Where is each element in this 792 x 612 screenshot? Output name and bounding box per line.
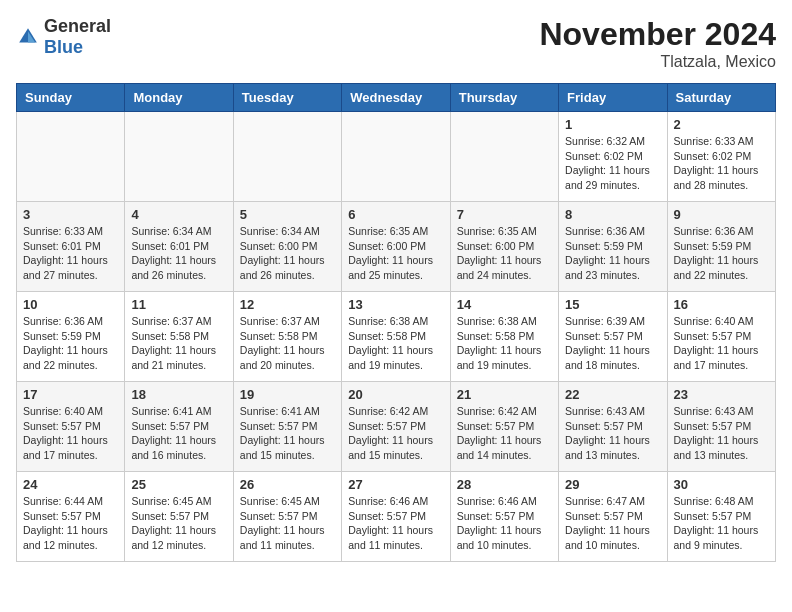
calendar-cell: 29Sunrise: 6:47 AM Sunset: 5:57 PM Dayli… [559, 472, 667, 562]
day-number: 27 [348, 477, 443, 492]
day-info: Sunrise: 6:42 AM Sunset: 5:57 PM Dayligh… [348, 404, 443, 463]
day-number: 16 [674, 297, 769, 312]
calendar-cell: 13Sunrise: 6:38 AM Sunset: 5:58 PM Dayli… [342, 292, 450, 382]
day-info: Sunrise: 6:40 AM Sunset: 5:57 PM Dayligh… [674, 314, 769, 373]
day-number: 19 [240, 387, 335, 402]
calendar-cell: 20Sunrise: 6:42 AM Sunset: 5:57 PM Dayli… [342, 382, 450, 472]
logo-blue: Blue [44, 37, 83, 57]
day-header-saturday: Saturday [667, 84, 775, 112]
day-info: Sunrise: 6:47 AM Sunset: 5:57 PM Dayligh… [565, 494, 660, 553]
calendar-cell: 8Sunrise: 6:36 AM Sunset: 5:59 PM Daylig… [559, 202, 667, 292]
calendar-cell: 30Sunrise: 6:48 AM Sunset: 5:57 PM Dayli… [667, 472, 775, 562]
day-number: 5 [240, 207, 335, 222]
day-info: Sunrise: 6:36 AM Sunset: 5:59 PM Dayligh… [23, 314, 118, 373]
calendar-week-row: 17Sunrise: 6:40 AM Sunset: 5:57 PM Dayli… [17, 382, 776, 472]
calendar-cell: 7Sunrise: 6:35 AM Sunset: 6:00 PM Daylig… [450, 202, 558, 292]
day-number: 13 [348, 297, 443, 312]
month-title: November 2024 [539, 16, 776, 53]
calendar-cell: 1Sunrise: 6:32 AM Sunset: 6:02 PM Daylig… [559, 112, 667, 202]
day-header-sunday: Sunday [17, 84, 125, 112]
day-info: Sunrise: 6:43 AM Sunset: 5:57 PM Dayligh… [565, 404, 660, 463]
day-number: 7 [457, 207, 552, 222]
calendar-header-row: SundayMondayTuesdayWednesdayThursdayFrid… [17, 84, 776, 112]
day-info: Sunrise: 6:46 AM Sunset: 5:57 PM Dayligh… [348, 494, 443, 553]
day-info: Sunrise: 6:34 AM Sunset: 6:01 PM Dayligh… [131, 224, 226, 283]
day-info: Sunrise: 6:41 AM Sunset: 5:57 PM Dayligh… [240, 404, 335, 463]
day-info: Sunrise: 6:33 AM Sunset: 6:01 PM Dayligh… [23, 224, 118, 283]
day-header-thursday: Thursday [450, 84, 558, 112]
day-info: Sunrise: 6:33 AM Sunset: 6:02 PM Dayligh… [674, 134, 769, 193]
day-number: 11 [131, 297, 226, 312]
calendar-cell: 26Sunrise: 6:45 AM Sunset: 5:57 PM Dayli… [233, 472, 341, 562]
calendar-cell [450, 112, 558, 202]
day-number: 1 [565, 117, 660, 132]
day-info: Sunrise: 6:43 AM Sunset: 5:57 PM Dayligh… [674, 404, 769, 463]
day-number: 12 [240, 297, 335, 312]
day-number: 25 [131, 477, 226, 492]
calendar-cell: 15Sunrise: 6:39 AM Sunset: 5:57 PM Dayli… [559, 292, 667, 382]
day-number: 4 [131, 207, 226, 222]
day-number: 22 [565, 387, 660, 402]
day-number: 24 [23, 477, 118, 492]
day-header-tuesday: Tuesday [233, 84, 341, 112]
location: Tlatzala, Mexico [539, 53, 776, 71]
calendar-cell: 16Sunrise: 6:40 AM Sunset: 5:57 PM Dayli… [667, 292, 775, 382]
day-info: Sunrise: 6:44 AM Sunset: 5:57 PM Dayligh… [23, 494, 118, 553]
calendar-cell [125, 112, 233, 202]
day-info: Sunrise: 6:38 AM Sunset: 5:58 PM Dayligh… [348, 314, 443, 373]
day-number: 2 [674, 117, 769, 132]
day-number: 17 [23, 387, 118, 402]
day-number: 9 [674, 207, 769, 222]
calendar-cell: 10Sunrise: 6:36 AM Sunset: 5:59 PM Dayli… [17, 292, 125, 382]
page-header: General Blue November 2024 Tlatzala, Mex… [16, 16, 776, 71]
day-number: 28 [457, 477, 552, 492]
calendar-cell: 28Sunrise: 6:46 AM Sunset: 5:57 PM Dayli… [450, 472, 558, 562]
calendar-cell: 5Sunrise: 6:34 AM Sunset: 6:00 PM Daylig… [233, 202, 341, 292]
calendar-cell: 11Sunrise: 6:37 AM Sunset: 5:58 PM Dayli… [125, 292, 233, 382]
calendar-week-row: 10Sunrise: 6:36 AM Sunset: 5:59 PM Dayli… [17, 292, 776, 382]
day-number: 26 [240, 477, 335, 492]
calendar-cell: 24Sunrise: 6:44 AM Sunset: 5:57 PM Dayli… [17, 472, 125, 562]
day-number: 6 [348, 207, 443, 222]
day-info: Sunrise: 6:36 AM Sunset: 5:59 PM Dayligh… [674, 224, 769, 283]
calendar-cell: 27Sunrise: 6:46 AM Sunset: 5:57 PM Dayli… [342, 472, 450, 562]
day-number: 15 [565, 297, 660, 312]
day-number: 10 [23, 297, 118, 312]
logo: General Blue [16, 16, 111, 58]
calendar-cell: 2Sunrise: 6:33 AM Sunset: 6:02 PM Daylig… [667, 112, 775, 202]
day-info: Sunrise: 6:40 AM Sunset: 5:57 PM Dayligh… [23, 404, 118, 463]
calendar-cell: 17Sunrise: 6:40 AM Sunset: 5:57 PM Dayli… [17, 382, 125, 472]
calendar-cell: 14Sunrise: 6:38 AM Sunset: 5:58 PM Dayli… [450, 292, 558, 382]
day-info: Sunrise: 6:45 AM Sunset: 5:57 PM Dayligh… [240, 494, 335, 553]
calendar-table: SundayMondayTuesdayWednesdayThursdayFrid… [16, 83, 776, 562]
calendar-cell: 18Sunrise: 6:41 AM Sunset: 5:57 PM Dayli… [125, 382, 233, 472]
logo-icon [16, 25, 40, 49]
calendar-cell: 19Sunrise: 6:41 AM Sunset: 5:57 PM Dayli… [233, 382, 341, 472]
day-info: Sunrise: 6:41 AM Sunset: 5:57 PM Dayligh… [131, 404, 226, 463]
calendar-cell: 6Sunrise: 6:35 AM Sunset: 6:00 PM Daylig… [342, 202, 450, 292]
day-number: 14 [457, 297, 552, 312]
day-number: 20 [348, 387, 443, 402]
day-info: Sunrise: 6:42 AM Sunset: 5:57 PM Dayligh… [457, 404, 552, 463]
calendar-week-row: 1Sunrise: 6:32 AM Sunset: 6:02 PM Daylig… [17, 112, 776, 202]
day-info: Sunrise: 6:35 AM Sunset: 6:00 PM Dayligh… [457, 224, 552, 283]
calendar-cell: 21Sunrise: 6:42 AM Sunset: 5:57 PM Dayli… [450, 382, 558, 472]
calendar-cell: 4Sunrise: 6:34 AM Sunset: 6:01 PM Daylig… [125, 202, 233, 292]
day-number: 29 [565, 477, 660, 492]
calendar-week-row: 3Sunrise: 6:33 AM Sunset: 6:01 PM Daylig… [17, 202, 776, 292]
calendar-cell [233, 112, 341, 202]
day-info: Sunrise: 6:37 AM Sunset: 5:58 PM Dayligh… [240, 314, 335, 373]
day-number: 3 [23, 207, 118, 222]
day-number: 21 [457, 387, 552, 402]
calendar-cell: 3Sunrise: 6:33 AM Sunset: 6:01 PM Daylig… [17, 202, 125, 292]
day-number: 30 [674, 477, 769, 492]
calendar-cell: 23Sunrise: 6:43 AM Sunset: 5:57 PM Dayli… [667, 382, 775, 472]
day-number: 18 [131, 387, 226, 402]
day-info: Sunrise: 6:48 AM Sunset: 5:57 PM Dayligh… [674, 494, 769, 553]
day-info: Sunrise: 6:37 AM Sunset: 5:58 PM Dayligh… [131, 314, 226, 373]
day-number: 23 [674, 387, 769, 402]
day-info: Sunrise: 6:45 AM Sunset: 5:57 PM Dayligh… [131, 494, 226, 553]
calendar-cell: 25Sunrise: 6:45 AM Sunset: 5:57 PM Dayli… [125, 472, 233, 562]
calendar-week-row: 24Sunrise: 6:44 AM Sunset: 5:57 PM Dayli… [17, 472, 776, 562]
calendar-cell [342, 112, 450, 202]
